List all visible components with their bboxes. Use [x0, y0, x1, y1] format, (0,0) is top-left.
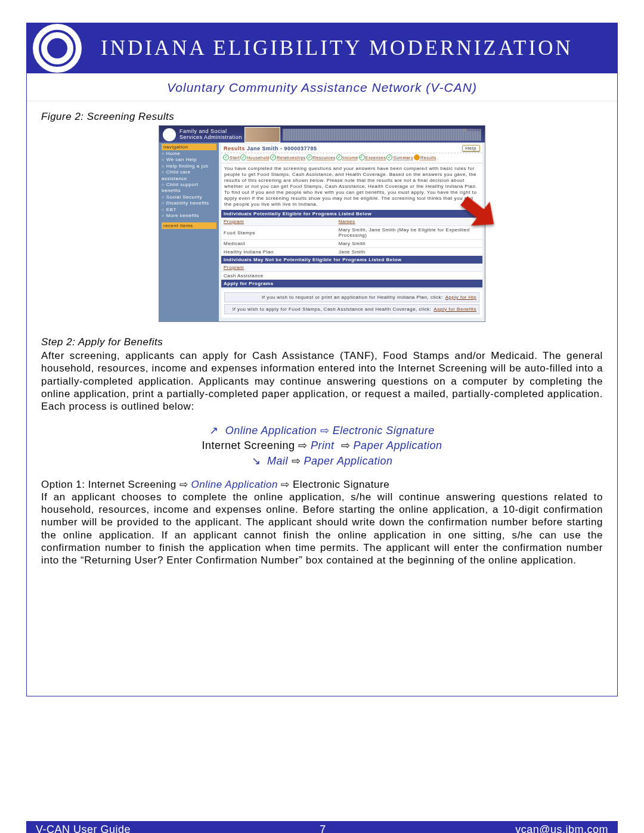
- page-title: INDIANA ELIGIBILITY MODERNIZATION: [101, 36, 573, 60]
- page-footer: V-CAN User Guide 7 vcan@us.ibm.com: [26, 821, 618, 833]
- wizard-step-income[interactable]: Income: [336, 154, 358, 160]
- results-header-row: Results Jane Smith - 9000037785 Help: [221, 144, 482, 153]
- table-row: Healthy Indiana PlanJane Smith: [221, 248, 482, 256]
- eligible-heading: Individuals Potentially Eligible for Pro…: [221, 210, 482, 218]
- check-icon: [336, 154, 342, 160]
- step2-heading: Step 2: Apply for Benefits: [41, 336, 603, 348]
- apply-item: If you wish to request or print an appli…: [224, 292, 479, 302]
- check-icon: [223, 154, 229, 160]
- check-icon: [414, 154, 420, 160]
- embedded-screenshot: Family and Social Services Administratio…: [159, 125, 485, 322]
- footer-page-number: 7: [320, 823, 326, 834]
- header-banner: INDIANA ELIGIBILITY MODERNIZATION: [27, 23, 617, 73]
- wizard-step-summary[interactable]: Summary: [386, 154, 413, 160]
- wizard-step-household[interactable]: Household: [240, 154, 270, 160]
- footer-left: V-CAN User Guide: [36, 823, 131, 834]
- results-label: Results: [224, 145, 245, 151]
- check-icon: [359, 154, 365, 160]
- sidebar-item-6[interactable]: Disability benefits: [162, 200, 216, 206]
- sidebar-item-0[interactable]: Home: [162, 151, 216, 157]
- eligible-table: Program Names Food StampsMary Smith, Jan…: [221, 218, 482, 256]
- sidebar-item-5[interactable]: Social Security: [162, 194, 216, 200]
- col-program-2[interactable]: Program: [221, 264, 482, 272]
- home-link[interactable]: Home: [463, 127, 481, 132]
- table-row: MedicaidMary Smith: [221, 240, 482, 248]
- wizard-step-results[interactable]: Results: [414, 154, 436, 160]
- apply-item: If you wish to apply for Food Stamps, Ca…: [224, 304, 479, 314]
- apply-heading: Apply for Programs: [221, 280, 482, 287]
- table-row: Cash Assistance: [221, 272, 482, 280]
- arrow-down-right-icon: ↘: [252, 455, 261, 467]
- apply-link-0[interactable]: Apply for Hip: [445, 295, 476, 300]
- not-eligible-table: Program Cash Assistance: [221, 264, 482, 280]
- ss-topbar: Family and Social Services Administratio…: [159, 126, 485, 143]
- sidebar-item-7[interactable]: EBT: [162, 207, 216, 213]
- screening-intro-text: You have completed the screening questio…: [221, 163, 482, 210]
- check-icon: [386, 154, 392, 160]
- figure-caption: Figure 2: Screening Results: [41, 111, 603, 123]
- wizard-step-relationships[interactable]: Relationships: [270, 154, 306, 160]
- footer-email: vcan@us.ibm.com: [515, 823, 608, 834]
- agency-title: Family and Social Services Administratio…: [179, 129, 242, 140]
- col-program[interactable]: Program: [221, 218, 336, 226]
- recent-items-heading: recent items: [162, 222, 216, 229]
- step2-paragraph: After screening, applicants can apply fo…: [41, 349, 603, 413]
- results-person: Jane Smith - 9000037785: [247, 145, 317, 151]
- not-eligible-heading: Individuals May Not be Potentially Eligi…: [221, 256, 482, 264]
- check-icon: [270, 154, 276, 160]
- sidebar-item-4[interactable]: Child support benefits: [162, 182, 216, 194]
- sidebar-item-8[interactable]: More benefits: [162, 213, 216, 219]
- sidebar-item-3[interactable]: Child care assistance: [162, 169, 216, 182]
- check-icon: [240, 154, 246, 160]
- wizard-step-expenses[interactable]: Expenses: [359, 154, 386, 160]
- table-row: Food StampsMary Smith, Jane Smith (May b…: [221, 226, 482, 240]
- option1-heading: Option 1: Internet Screening ⇨ Online Ap…: [41, 478, 603, 491]
- option1-paragraph: If an applicant chooses to complete the …: [41, 491, 603, 567]
- wizard-step-start[interactable]: Start: [223, 154, 240, 160]
- family-photo-icon: [244, 127, 280, 143]
- arrow-up-right-icon: ↗: [209, 425, 219, 436]
- ss-sidebar: navigation HomeWe can HelpHelp finding a…: [159, 143, 219, 321]
- apply-link-1[interactable]: Apply for Benefits: [434, 306, 476, 312]
- process-flow: ↗ Online Application ⇨ Electronic Signat…: [41, 423, 603, 469]
- fssa-logo-icon: [163, 128, 176, 141]
- nav-heading: navigation: [162, 144, 216, 150]
- sidebar-item-1[interactable]: We can Help: [162, 157, 216, 163]
- page-subtitle: Voluntary Community Assistance Network (…: [27, 73, 617, 101]
- check-icon: [306, 154, 312, 160]
- wizard-step-resources[interactable]: Resources: [306, 154, 336, 160]
- fssa-seal-icon: [33, 24, 82, 73]
- sidebar-item-2[interactable]: Help finding a job: [162, 163, 216, 169]
- help-button[interactable]: Help: [462, 145, 480, 151]
- wizard-steps: StartHouseholdRelationshipsResourcesInco…: [221, 153, 482, 163]
